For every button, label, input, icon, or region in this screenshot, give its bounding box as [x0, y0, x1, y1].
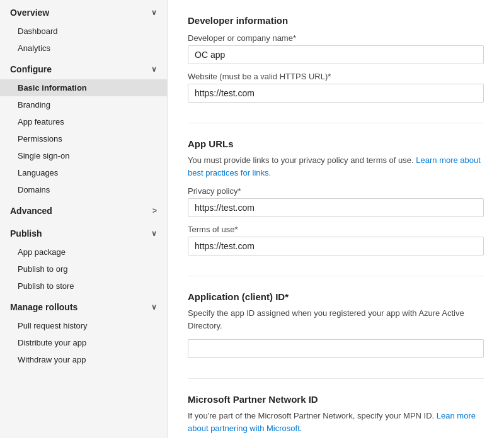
- sidebar-section-publish[interactable]: Publish∨: [0, 221, 167, 244]
- sidebar-item-languages[interactable]: Languages: [0, 164, 167, 181]
- sidebar-item-permissions[interactable]: Permissions: [0, 130, 167, 147]
- app-urls-section: App URLs You must provide links to your …: [188, 138, 484, 256]
- terms-of-use-label: Terms of use*: [188, 225, 484, 234]
- chevron-icon: ∨: [151, 303, 157, 312]
- main-content: Developer information Developer or compa…: [168, 0, 504, 438]
- sidebar-item-publish-to-org[interactable]: Publish to org: [0, 261, 167, 278]
- privacy-policy-label: Privacy policy*: [188, 186, 484, 196]
- sidebar-section-overview[interactable]: Overview∨: [0, 0, 167, 23]
- sidebar: Overview∨DashboardAnalyticsConfigure∨Bas…: [0, 0, 168, 438]
- sidebar-item-withdraw-your-app[interactable]: Withdraw your app: [0, 351, 167, 368]
- sidebar-item-single-sign-on[interactable]: Single sign-on: [0, 147, 167, 164]
- terms-of-use-input[interactable]: [188, 237, 484, 256]
- sidebar-item-app-features[interactable]: App features: [0, 113, 167, 130]
- sidebar-section-configure[interactable]: Configure∨: [0, 57, 167, 79]
- developer-information-section: Developer information Developer or compa…: [188, 15, 484, 103]
- sidebar-section-manage-rollouts[interactable]: Manage rollouts∨: [0, 295, 167, 317]
- sidebar-item-app-package[interactable]: App package: [0, 244, 167, 261]
- mpn-title: Microsoft Partner Network ID: [188, 394, 484, 405]
- app-urls-title: App URLs: [188, 138, 484, 149]
- app-client-id-description: Specify the app ID assigned when you reg…: [188, 307, 484, 332]
- sidebar-section-label: Manage rollouts: [10, 302, 77, 312]
- app-urls-description: You must provide links to your privacy p…: [188, 154, 484, 179]
- chevron-icon: >: [152, 206, 157, 215]
- sidebar-item-analytics[interactable]: Analytics: [0, 40, 167, 57]
- sidebar-item-publish-to-store[interactable]: Publish to store: [0, 278, 167, 295]
- mpn-section: Microsoft Partner Network ID If you're p…: [188, 394, 484, 438]
- dev-name-label: Developer or company name*: [188, 33, 484, 43]
- chevron-icon: ∨: [151, 229, 157, 238]
- app-client-id-title: Application (client) ID*: [188, 291, 484, 302]
- chevron-icon: ∨: [151, 8, 157, 17]
- app-client-id-section: Application (client) ID* Specify the app…: [188, 291, 484, 358]
- sidebar-section-label: Publish: [10, 228, 42, 239]
- dev-name-input[interactable]: [188, 45, 484, 64]
- website-label: Website (must be a valid HTTPS URL)*: [188, 72, 484, 81]
- sidebar-section-label: Configure: [10, 64, 52, 74]
- app-client-id-input[interactable]: [188, 339, 484, 358]
- mpn-description: If you're part of the Microsoft Partner …: [188, 410, 484, 434]
- sidebar-section-label: Overview: [10, 8, 49, 18]
- sidebar-item-domains[interactable]: Domains: [0, 181, 167, 198]
- sidebar-item-basic-information[interactable]: Basic information: [0, 79, 167, 96]
- privacy-policy-input[interactable]: [188, 198, 484, 217]
- sidebar-section-advanced[interactable]: Advanced>: [0, 198, 167, 221]
- sidebar-item-distribute-your-app[interactable]: Distribute your app: [0, 334, 167, 351]
- sidebar-item-branding[interactable]: Branding: [0, 96, 167, 113]
- website-input[interactable]: [188, 84, 484, 103]
- sidebar-section-label: Advanced: [10, 206, 52, 216]
- sidebar-item-pull-request-history[interactable]: Pull request history: [0, 317, 167, 334]
- sidebar-item-dashboard[interactable]: Dashboard: [0, 23, 167, 40]
- chevron-icon: ∨: [151, 65, 157, 74]
- developer-info-title: Developer information: [188, 15, 484, 26]
